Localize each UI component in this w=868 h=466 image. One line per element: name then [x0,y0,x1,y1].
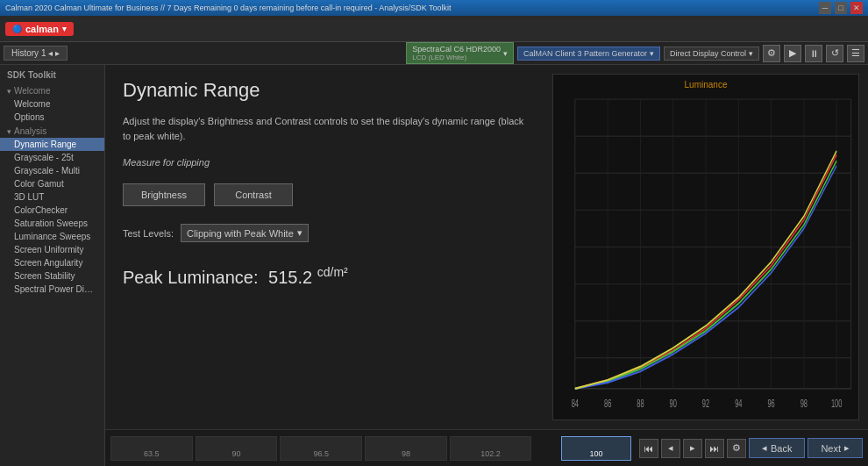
swatch-1-label: 90 [232,449,241,458]
minimize-button[interactable]: ─ [819,2,831,14]
spectracal-arrow: ▾ [503,49,508,58]
svg-text:98: 98 [800,398,808,409]
contrast-button[interactable]: Contrast [214,183,293,206]
sidebar-item-spectral-power[interactable]: Spectral Power Dist... [0,283,104,296]
logo-arrow: ▾ [62,25,67,33]
pause-icon[interactable]: ⏸ [805,45,822,62]
swatch-5[interactable]: 100 [561,436,631,461]
test-levels-select[interactable]: Clipping with Peak White ▾ [181,224,309,242]
sidebar-item-color-gamut[interactable]: Color Gamut [0,177,104,190]
swatch-0[interactable]: 63.5 [110,436,193,461]
svg-text:90: 90 [670,398,677,409]
brightness-button[interactable]: Brightness [123,183,205,206]
bottom-strip: 63.5 90 96.5 98 102.2 100 ⏮ ◂ ▸ ⏭ [105,429,868,466]
sidebar-title: SDK Toolkit [0,65,104,83]
title-bar-text: Calman 2020 Calman Ultimate for Business… [5,4,452,12]
nav-prev[interactable]: ◂ [661,439,680,458]
sidebar-item-grayscale-25t[interactable]: Grayscale - 25t [0,151,104,164]
back-button[interactable]: ◂ Back [749,438,805,458]
sidebar-item-saturation-sweeps[interactable]: Saturation Sweeps [0,217,104,230]
svg-text:84: 84 [572,398,579,409]
nav-settings[interactable]: ⚙ [727,439,746,458]
svg-text:96: 96 [767,398,774,409]
swatch-2[interactable]: 96.5 [280,436,362,461]
history-arrow-left[interactable]: ◂ [48,48,53,58]
next-button[interactable]: Next ▸ [808,438,863,458]
sidebar-item-options[interactable]: Options [0,111,104,124]
next-arrow: ▸ [844,442,850,454]
left-panel: Dynamic Range Adjust the display's Brigh… [105,65,544,429]
calman-arrow: ▾ [650,49,654,58]
right-panel: Luminance [544,65,868,429]
sidebar-item-grayscale-multi[interactable]: Grayscale - Multi [0,164,104,177]
sidebar-item-screen-uniformity[interactable]: Screen Uniformity [0,243,104,256]
test-levels-value: Clipping with Peak White [187,228,294,239]
title-bar: Calman 2020 Calman Ultimate for Business… [0,0,868,16]
swatch-4-label: 102.2 [480,449,501,458]
sidebar-item-dynamic-range[interactable]: Dynamic Range [0,138,104,151]
svg-text:100: 100 [831,398,843,409]
back-label: Back [771,443,792,454]
page-title: Dynamic Range [123,79,526,102]
peak-luminance-label: Peak Luminance: [123,268,259,287]
history-arrow-right[interactable]: ▸ [55,48,60,58]
swatch-5-label: 100 [589,449,602,458]
sidebar-item-3dlut[interactable]: 3D LUT [0,190,104,204]
menu-icon[interactable]: ☰ [847,45,864,62]
action-buttons: Brightness Contrast [123,183,526,206]
chart-title: Luminance [685,80,728,90]
play-icon[interactable]: ▶ [784,45,801,62]
swatch-2-label: 96.5 [313,449,329,458]
calman-logo[interactable]: 🔵 calman ▾ [5,22,74,36]
history-tab[interactable]: History 1 ◂ ▸ [4,46,68,61]
sidebar-item-screen-angularity[interactable]: Screen Angularity [0,256,104,269]
maximize-button[interactable]: □ [835,2,847,14]
reset-icon[interactable]: ↺ [826,45,843,62]
display-arrow: ▾ [749,49,753,58]
calman-label: CalMAN Client 3 Pattern Generator [523,49,647,58]
svg-text:92: 92 [702,398,709,409]
history-tab-label: History 1 [11,48,46,58]
measure-text: Measure for clipping [123,157,526,168]
svg-text:86: 86 [604,398,611,409]
main-layout: SDK Toolkit Welcome Welcome Options Anal… [0,65,868,466]
chart-svg: 84 86 88 90 92 94 96 98 100 [553,75,858,419]
swatch-4[interactable]: 102.2 [450,436,532,461]
swatch-1[interactable]: 90 [196,436,278,461]
calman-instrument[interactable]: CalMAN Client 3 Pattern Generator ▾ [517,47,660,61]
svg-text:88: 88 [637,398,644,409]
nav-next-small[interactable]: ▸ [683,439,702,458]
settings-icon[interactable]: ⚙ [763,45,780,62]
nav-skip-end[interactable]: ⏭ [705,439,724,458]
page-description: Adjust the display's Brightness and Cont… [123,114,526,143]
sidebar: SDK Toolkit Welcome Welcome Options Anal… [0,65,105,466]
svg-text:94: 94 [735,398,742,409]
next-label: Next [821,443,841,454]
sidebar-item-colorchecker[interactable]: ColorChecker [0,204,104,217]
sidebar-item-luminance-sweeps[interactable]: Luminance Sweeps [0,230,104,243]
peak-luminance-value: 515.2 [268,268,312,287]
nav-buttons: ⏮ ◂ ▸ ⏭ ⚙ [639,439,746,458]
swatch-3[interactable]: 98 [365,436,447,461]
content-area: Dynamic Range Adjust the display's Brigh… [105,65,868,466]
peak-luminance-display: Peak Luminance: 515.2 cd/m² [123,265,526,288]
spectracal-instrument[interactable]: SpectraCal C6 HDR2000 LCD (LED White) ▾ [406,42,514,64]
swatch-0-label: 63.5 [144,449,160,458]
sidebar-item-screen-stability[interactable]: Screen Stability [0,269,104,283]
display-label: Direct Display Control [670,49,746,58]
sidebar-item-welcome[interactable]: Welcome [0,97,104,111]
logo-text: calman [25,24,59,34]
content-body: Dynamic Range Adjust the display's Brigh… [105,65,868,429]
peak-luminance-unit: cd/m² [317,265,348,279]
nav-skip-start[interactable]: ⏮ [639,439,658,458]
spectracal-label: SpectraCal C6 HDR2000 LCD (LED White) [412,45,501,61]
display-instrument[interactable]: Direct Display Control ▾ [664,47,759,61]
close-button[interactable]: ✕ [850,2,863,14]
test-levels-arrow: ▾ [297,227,302,239]
sidebar-section-welcome: Welcome [0,83,104,97]
title-bar-controls: ─ □ ✕ [819,2,863,14]
swatch-3-label: 98 [402,449,410,458]
toolbar: 🔵 calman ▾ [0,16,868,42]
instrument-bar: History 1 ◂ ▸ SpectraCal C6 HDR2000 LCD … [0,42,868,65]
back-arrow: ◂ [762,442,767,454]
